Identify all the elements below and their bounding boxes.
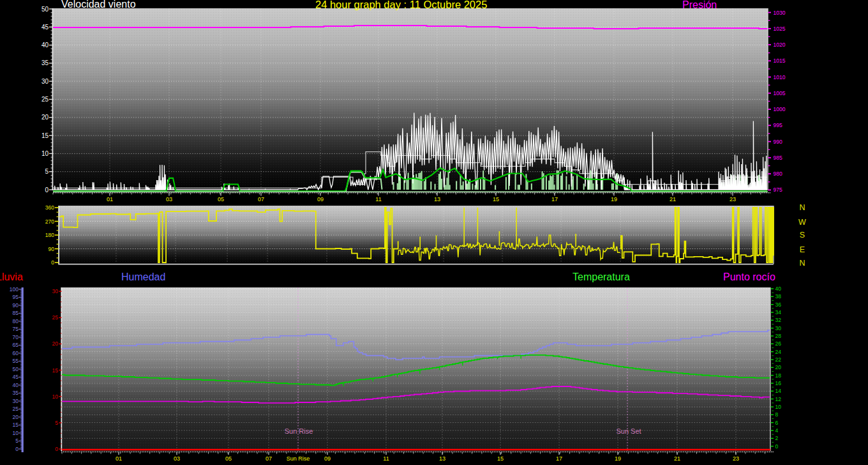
svg-text:38: 38: [775, 293, 782, 300]
svg-text:07: 07: [258, 196, 264, 202]
svg-text:2: 2: [775, 435, 779, 441]
svg-text:10: 10: [775, 404, 782, 410]
svg-text:Humedad: Humedad: [121, 271, 165, 282]
svg-text:Velocidad viento: Velocidad viento: [61, 0, 136, 10]
svg-text:Sun Set: Sun Set: [616, 427, 641, 435]
svg-text:20: 20: [775, 364, 782, 370]
svg-text:10: 10: [13, 430, 19, 436]
svg-text:21: 21: [674, 455, 680, 462]
svg-text:23: 23: [733, 455, 739, 462]
svg-text:E: E: [800, 245, 805, 254]
svg-text:Temperatura: Temperatura: [572, 271, 630, 282]
svg-text:55: 55: [13, 358, 19, 364]
svg-text:Punto rocío: Punto rocío: [723, 271, 775, 282]
svg-text:990: 990: [774, 139, 782, 145]
svg-text:12: 12: [775, 396, 782, 402]
svg-text:75: 75: [13, 326, 19, 332]
svg-text:S: S: [800, 231, 805, 240]
svg-text:N: N: [799, 259, 805, 268]
svg-text:30: 30: [41, 78, 49, 85]
svg-text:03: 03: [174, 455, 180, 462]
svg-text:0: 0: [775, 443, 779, 450]
svg-text:32: 32: [775, 317, 782, 323]
svg-text:14: 14: [775, 388, 782, 394]
svg-text:25: 25: [52, 314, 59, 321]
svg-text:90: 90: [13, 302, 19, 309]
svg-text:01: 01: [116, 455, 122, 462]
svg-text:24: 24: [775, 349, 782, 355]
svg-text:Lluvia: Lluvia: [0, 271, 23, 282]
svg-text:34: 34: [775, 309, 782, 316]
svg-text:22: 22: [775, 356, 782, 363]
svg-text:100: 100: [10, 286, 19, 293]
svg-text:20: 20: [13, 414, 19, 420]
svg-text:70: 70: [13, 334, 19, 340]
svg-text:W: W: [798, 218, 806, 227]
svg-text:11: 11: [375, 196, 381, 202]
svg-text:975: 975: [774, 187, 782, 193]
svg-text:1030: 1030: [774, 10, 786, 16]
svg-text:4: 4: [775, 427, 779, 434]
svg-text:45: 45: [13, 374, 19, 380]
svg-text:1020: 1020: [774, 42, 786, 48]
svg-text:11: 11: [383, 455, 389, 462]
svg-text:85: 85: [13, 310, 19, 316]
svg-text:05: 05: [225, 455, 232, 462]
svg-text:5: 5: [15, 438, 19, 444]
svg-text:09: 09: [324, 455, 331, 462]
svg-text:360: 360: [45, 204, 54, 211]
svg-text:15: 15: [497, 455, 504, 462]
svg-text:01: 01: [107, 196, 113, 202]
svg-text:17: 17: [556, 455, 562, 462]
svg-text:03: 03: [166, 196, 172, 202]
svg-text:45: 45: [41, 24, 49, 31]
svg-text:20: 20: [52, 340, 59, 347]
svg-text:980: 980: [774, 171, 782, 177]
svg-text:25: 25: [41, 96, 49, 103]
svg-text:Presión: Presión: [682, 0, 717, 10]
svg-text:95: 95: [13, 294, 19, 300]
svg-text:35: 35: [13, 390, 19, 396]
svg-text:50: 50: [41, 6, 49, 13]
svg-text:Sun Rise: Sun Rise: [285, 427, 313, 435]
svg-text:0: 0: [51, 259, 54, 266]
svg-text:25: 25: [13, 406, 19, 412]
svg-text:50: 50: [13, 366, 19, 372]
svg-text:21: 21: [670, 196, 676, 202]
svg-text:80: 80: [13, 318, 19, 324]
svg-text:35: 35: [41, 59, 49, 66]
svg-text:17: 17: [551, 196, 558, 202]
svg-text:36: 36: [775, 301, 782, 308]
svg-text:5: 5: [45, 168, 49, 175]
svg-text:180: 180: [45, 232, 54, 238]
svg-text:15: 15: [493, 196, 499, 202]
svg-text:15: 15: [41, 132, 49, 139]
svg-text:985: 985: [774, 155, 782, 161]
svg-text:90: 90: [49, 246, 55, 252]
svg-text:15: 15: [52, 367, 59, 374]
svg-text:07: 07: [266, 455, 272, 462]
svg-text:5: 5: [55, 420, 58, 426]
svg-text:1010: 1010: [774, 74, 786, 80]
svg-text:65: 65: [13, 342, 19, 348]
svg-text:Sun Rise: Sun Rise: [287, 455, 310, 462]
svg-text:16: 16: [775, 380, 782, 386]
svg-text:30: 30: [13, 398, 19, 404]
svg-text:13: 13: [434, 196, 440, 202]
svg-text:28: 28: [775, 333, 782, 339]
svg-text:1000: 1000: [774, 106, 786, 112]
svg-text:19: 19: [615, 455, 621, 462]
svg-text:1005: 1005: [774, 90, 786, 96]
svg-text:26: 26: [775, 340, 782, 347]
svg-text:23: 23: [730, 196, 736, 202]
svg-text:13: 13: [439, 455, 445, 462]
svg-text:10: 10: [41, 150, 49, 157]
svg-text:18: 18: [775, 372, 782, 379]
svg-text:995: 995: [774, 122, 782, 128]
svg-text:270: 270: [45, 218, 54, 225]
svg-text:19: 19: [611, 196, 617, 202]
svg-text:15: 15: [13, 422, 19, 428]
svg-text:10: 10: [52, 393, 59, 400]
svg-text:0: 0: [55, 446, 58, 452]
svg-text:09: 09: [317, 196, 324, 202]
